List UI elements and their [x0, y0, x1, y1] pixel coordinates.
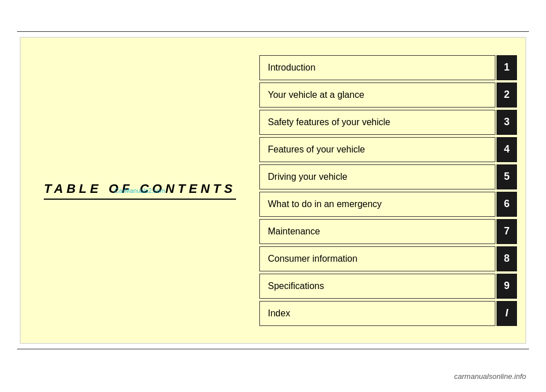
toc-item-number: 7 [497, 219, 517, 244]
toc-item-number: 4 [497, 137, 517, 162]
watermark: CarManuals2.com [114, 187, 165, 194]
toc-item-label: Features of your vehicle [259, 137, 495, 162]
toc-item-number: 6 [497, 192, 517, 217]
footer-url: carmanualsonline.info [454, 372, 526, 381]
toc-item-number: I [497, 301, 517, 326]
toc-row-3[interactable]: Safety features of your vehicle3 [259, 110, 517, 135]
bottom-divider [17, 349, 529, 349]
toc-item-label: Driving your vehicle [259, 164, 495, 189]
toc-item-number: 9 [497, 274, 517, 299]
top-divider [17, 31, 529, 32]
toc-item-label: Your vehicle at a glance [259, 82, 495, 108]
toc-item-number: 5 [497, 164, 517, 189]
toc-item-label: Introduction [259, 55, 495, 80]
toc-row-8[interactable]: Consumer information8 [259, 246, 517, 271]
toc-row-2[interactable]: Your vehicle at a glance2 [259, 82, 517, 108]
toc-list: Introduction1Your vehicle at a glance2Sa… [259, 47, 526, 335]
toc-item-label: Maintenance [259, 219, 495, 244]
toc-row-1[interactable]: Introduction1 [259, 55, 517, 80]
toc-item-label: What to do in an emergency [259, 192, 495, 217]
toc-item-label: Safety features of your vehicle [259, 110, 495, 135]
toc-item-number: 1 [497, 55, 517, 80]
toc-item-label: Specifications [259, 274, 495, 299]
toc-item-label: Consumer information [259, 246, 495, 271]
toc-item-number: 2 [497, 82, 517, 108]
toc-row-9[interactable]: Specifications9 [259, 274, 517, 299]
toc-item-number: 3 [497, 110, 517, 135]
toc-row-5[interactable]: Driving your vehicle5 [259, 164, 517, 189]
toc-row-6[interactable]: What to do in an emergency6 [259, 192, 517, 217]
toc-item-label: Index [259, 301, 495, 326]
toc-item-number: 8 [497, 246, 517, 271]
main-content-area: TABLE OF CONTENTS CarManuals2.com Introd… [20, 37, 526, 344]
left-section: TABLE OF CONTENTS CarManuals2.com [20, 38, 259, 343]
toc-row-10[interactable]: IndexI [259, 301, 517, 326]
toc-row-4[interactable]: Features of your vehicle4 [259, 137, 517, 162]
toc-row-7[interactable]: Maintenance7 [259, 219, 517, 244]
